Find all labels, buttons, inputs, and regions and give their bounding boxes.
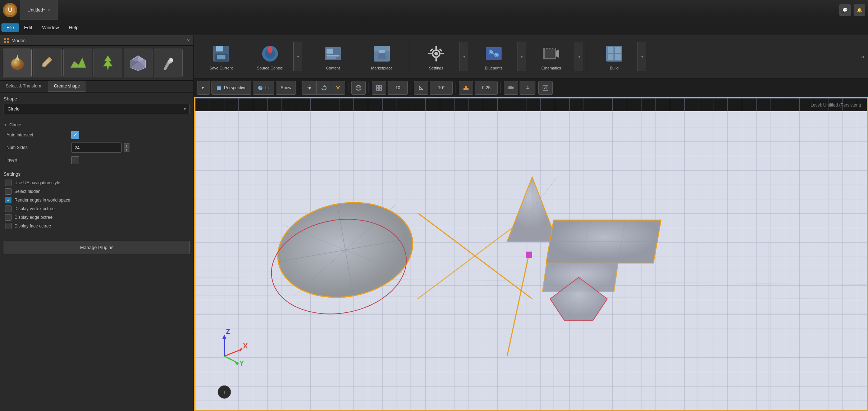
camera-speed-input[interactable]: 4 [520,81,535,95]
svg-text:U: U [8,7,12,13]
invert-row: Invert [4,156,190,164]
scale-button[interactable] [331,81,345,95]
notifications-icon[interactable]: 🔔 [854,4,865,16]
main-toolbar: Save Current Source Control ▾ [194,35,868,78]
vp-sep-6 [501,82,501,93]
select-hidden-row: Select hidden [4,188,190,195]
display-face-checkbox[interactable] [5,223,12,229]
toolbar-expand-button[interactable]: » [861,53,864,60]
svg-text:Z: Z [226,328,230,335]
attributes-mode-button[interactable] [154,49,183,77]
title-bar-icons: 💬 🔔 [839,4,865,16]
lit-button[interactable]: Lit [253,81,275,95]
svg-rect-57 [508,86,512,89]
settings-button[interactable]: Settings [413,39,460,74]
build-dropdown[interactable]: ▾ [638,42,646,71]
modes-close-button[interactable]: × [187,37,190,43]
grid-size-input[interactable]: 10 [388,81,408,95]
shape-select[interactable]: Circle ▾ [4,104,190,114]
place-mode-button[interactable] [3,49,32,77]
render-edges-checkbox[interactable] [5,197,12,203]
display-edge-label: Display edge octree [14,215,52,220]
svg-rect-88 [526,252,532,258]
camera-speed-button[interactable] [504,81,518,95]
use-ue-nav-label: Use UE navigation style [14,180,60,185]
left-panel: Modes × [0,35,194,411]
menu-window[interactable]: Window [37,23,64,32]
source-control-button[interactable]: Source Control [247,39,293,74]
menu-bar: File Edit Window Help [0,20,868,35]
svg-line-89 [224,349,242,356]
world-space-button[interactable] [351,81,366,95]
num-sides-input[interactable]: 24 [71,143,122,153]
tab-close[interactable]: × [48,7,51,13]
invert-value [71,156,79,164]
geometry-mode-button[interactable] [124,49,152,77]
svg-rect-17 [326,57,336,59]
content-button[interactable]: Content [310,39,356,74]
svg-rect-2 [4,38,6,40]
blueprints-dropdown[interactable]: ▾ [517,42,526,71]
source-control-dropdown[interactable]: ▾ [293,42,302,71]
lit-label: Lit [265,85,270,90]
select-hidden-checkbox[interactable] [5,188,12,195]
vp-sep-2 [348,82,348,93]
save-current-label: Save Current [210,66,233,70]
angle-snap-button[interactable] [414,81,428,95]
cinematics-dropdown[interactable]: ▾ [575,42,583,71]
show-button[interactable]: Show [276,81,296,95]
build-button[interactable]: Build [591,39,638,74]
viewport-canvas[interactable]: X Y Z i Level: Untitled (Persistent) [194,97,868,411]
perspective-button[interactable]: Perspective [211,81,251,95]
display-edge-checkbox[interactable] [5,214,12,221]
settings-dropdown[interactable]: ▾ [460,42,468,71]
num-sides-up[interactable]: ▲ [124,143,129,148]
vp-sep-5 [456,82,456,93]
menu-help[interactable]: Help [64,23,84,32]
build-wrapper: Build ▾ [591,39,646,74]
cinematics-button[interactable]: Cinematics [528,39,575,74]
menu-edit[interactable]: Edit [19,23,37,32]
grid-toggle-button[interactable] [372,81,386,95]
select-transform-tab[interactable]: Select & Transform [0,81,48,92]
maximize-button[interactable] [538,81,553,95]
svg-rect-35 [545,49,555,58]
svg-text:X: X [243,342,248,350]
paint-mode-button[interactable] [33,49,62,77]
chat-icon[interactable]: 💬 [839,4,851,16]
select-hidden-label: Select hidden [14,189,41,194]
svg-rect-42 [615,47,621,53]
menu-file[interactable]: File [1,23,19,32]
rotate-button[interactable] [316,81,331,95]
active-tab[interactable]: Untitled* × [20,0,58,20]
use-ue-nav-checkbox[interactable] [5,180,12,186]
world-space-icon [355,85,362,91]
svg-rect-53 [376,88,379,90]
translate-button[interactable] [302,81,316,95]
svg-rect-51 [376,85,379,87]
num-sides-down[interactable]: ▼ [124,148,129,152]
perspective-icon [216,85,222,91]
angle-snap-input[interactable]: 10° [430,81,453,95]
title-bar: U Untitled* × 💬 🔔 [0,0,868,20]
blueprints-button[interactable]: Blueprints [470,39,517,74]
landscape-mode-button[interactable] [63,49,92,77]
display-vertex-checkbox[interactable] [5,206,12,212]
invert-checkbox[interactable] [71,156,79,164]
num-sides-row: Num Sides 24 ▲ ▼ [4,143,190,153]
save-current-button[interactable]: Save Current [198,39,245,74]
viewport-dropdown-button[interactable]: ▾ [197,81,210,95]
circle-header[interactable]: ▼ Circle [4,122,190,127]
svg-rect-45 [217,87,221,90]
svg-rect-43 [608,54,613,60]
main-layout: Modes × [0,35,868,411]
source-control-label: Source Control [257,66,283,70]
source-control-icon [259,43,281,64]
scale-snap-button[interactable] [459,81,473,95]
foliage-mode-button[interactable] [93,49,122,77]
auto-intersect-checkbox[interactable] [71,131,79,139]
scale-snap-input[interactable]: 0.25 [475,81,498,95]
manage-plugins-button[interactable]: Manage Plugins [4,241,190,254]
create-shape-tab[interactable]: Create shape [48,81,86,92]
marketplace-button[interactable]: Marketplace [358,39,405,74]
